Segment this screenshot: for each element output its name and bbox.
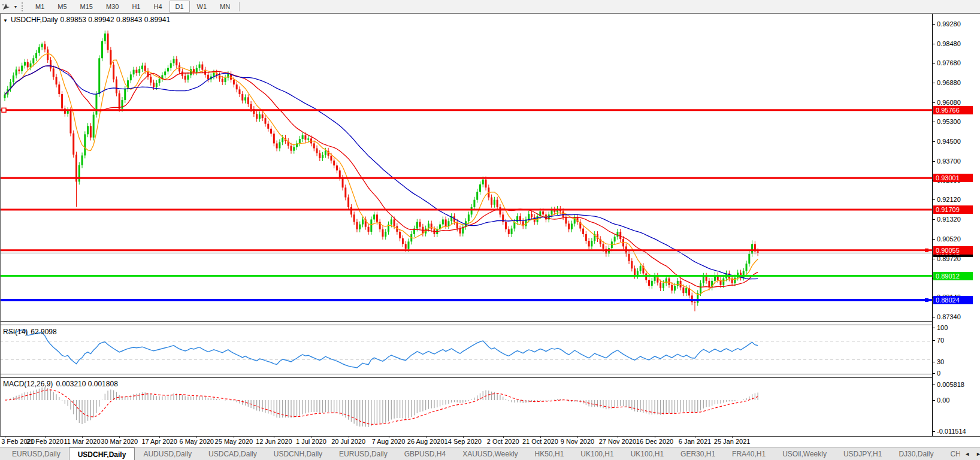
rsi-tick-label: 0 (937, 370, 940, 377)
chart-tab-usoil-weekly[interactable]: USOil,Weekly (774, 447, 835, 460)
panel-separator[interactable] (0, 374, 980, 374)
tab-scroll-left-icon[interactable]: ◄ (964, 451, 970, 457)
axis-tick (933, 400, 935, 401)
chart-tab-ger30-h1[interactable]: GER30,H1 (672, 447, 724, 460)
price-tick-label: 0.87340 (937, 313, 961, 320)
tab-scroll-right-icon[interactable]: ► (976, 451, 980, 457)
date-label: 16 Dec 2020 (636, 438, 673, 445)
date-label: 1 Jul 2020 (296, 438, 326, 445)
rsi-name-label: RSI(14) (3, 328, 28, 336)
rsi-tick-label: 30 (937, 358, 944, 365)
axis-tick (933, 102, 935, 103)
date-label: 6 Jan 2021 (679, 438, 711, 445)
period-button-M5[interactable]: M5 (52, 1, 72, 13)
chart-tab-dj30-daily[interactable]: DJ30,Daily (890, 447, 942, 460)
trading-platform-window: ▼ M1M5M15M30H1H4D1W1MN ▼USDCHF,Daily0.89… (0, 0, 980, 460)
date-label: 14 Sep 2020 (444, 438, 482, 445)
date-label: 17 Apr 2020 (141, 438, 177, 445)
line-handle[interactable] (925, 298, 928, 302)
dropdown-caret-icon[interactable]: ▼ (12, 5, 19, 9)
price-tick-label: 0.96080 (937, 99, 961, 106)
chart-tab-bar: EURUSD,DailyUSDCHF,DailyAUDUSD,DailyUSDC… (0, 447, 980, 460)
chart-window[interactable]: ▼USDCHF,Daily0.89853 0.89942 0.89843 0.8… (0, 13, 980, 447)
date-label: 27 Nov 2020 (599, 438, 636, 445)
chart-ohlc-values: 0.89853 0.89942 0.89843 0.89941 (61, 16, 171, 24)
ma-line-slow[interactable] (5, 66, 758, 279)
period-button-W1[interactable]: W1 (191, 1, 213, 13)
price-tick-label: 0.94500 (937, 138, 961, 145)
panel-separator[interactable] (0, 321, 980, 322)
period-button-M15[interactable]: M15 (74, 1, 99, 13)
candlestick-chart[interactable] (0, 14, 932, 321)
level-price-label[interactable]: 0.93001 (933, 174, 973, 182)
chart-tab-fra40-h1[interactable]: FRA40,H1 (724, 447, 774, 460)
macd-tick-label: 0.00 (937, 397, 949, 404)
level-price-label[interactable]: 0.88024 (933, 296, 973, 304)
line-handle[interactable] (2, 108, 6, 112)
date-label: 7 Aug 2020 (372, 438, 406, 445)
period-button-MN[interactable]: MN (214, 1, 236, 13)
time-axis-line (0, 436, 980, 437)
timeframe-toolbar: ▼ M1M5M15M30H1H4D1W1MN (0, 0, 980, 14)
chart-tab-uk100-h1[interactable]: UK100,H1 (622, 447, 672, 460)
macd-panel[interactable] (0, 378, 932, 436)
date-label: 25 Jan 2021 (714, 438, 751, 445)
chart-tab-hk50-h1[interactable]: HK50,H1 (527, 447, 573, 460)
axis-tick (933, 373, 935, 374)
date-label: 26 Aug 2020 (407, 438, 444, 445)
period-button-M1[interactable]: M1 (29, 1, 50, 13)
date-label: 6 May 2020 (180, 438, 214, 445)
price-axis[interactable]: 0.992800.984800.976800.968800.960800.953… (933, 14, 980, 436)
chart-tab-usdjpy-h1[interactable]: USDJPY,H1 (835, 447, 890, 460)
chart-tab-gbpusd-h4[interactable]: GBPUSD,H4 (396, 447, 454, 460)
axis-tick (933, 122, 935, 122)
chart-symbol-label: USDCHF,Daily (11, 16, 58, 24)
axis-tick (933, 161, 935, 162)
ma-line-mid[interactable] (5, 66, 758, 288)
macd-tick-label: -0.011514 (937, 428, 966, 435)
collapse-chart-icon[interactable]: ▼ (3, 18, 8, 23)
chart-tab-audusd-daily[interactable]: AUDUSD,Daily (135, 447, 200, 460)
panel-separator[interactable] (0, 325, 980, 325)
date-label: 9 Nov 2020 (561, 438, 594, 445)
period-button-D1[interactable]: D1 (170, 1, 190, 13)
rsi-label-row: RSI(14)62.9098 (3, 328, 57, 336)
price-tick-label: 0.95300 (937, 118, 961, 125)
macd-label-row: MACD(12,26,9)0.003210 0.001808 (3, 380, 118, 388)
chart-tab-eurusd-daily[interactable]: EURUSD,Daily (331, 447, 396, 460)
chart-tab-eurusd-daily[interactable]: EURUSD,Daily (4, 447, 69, 460)
rsi-line (8, 330, 758, 368)
ma-line-fast[interactable] (5, 54, 758, 295)
price-tick-label: 0.92120 (937, 196, 961, 203)
line-handle[interactable] (925, 249, 928, 252)
chart-tab-xauusd-weekly[interactable]: XAUUSD,Weekly (454, 447, 526, 460)
axis-tick (933, 317, 935, 317)
chart-title: ▼USDCHF,Daily0.89853 0.89942 0.89843 0.8… (3, 16, 170, 24)
cursor-tool-icon[interactable] (0, 1, 12, 12)
period-button-M30[interactable]: M30 (100, 1, 125, 13)
chart-tab-usdcnh-daily[interactable]: USDCNH,Daily (265, 447, 331, 460)
axis-tick (933, 362, 935, 362)
chart-tab-uk100-h1[interactable]: UK100,H1 (572, 447, 622, 460)
rsi-tick-label: 70 (937, 337, 944, 344)
chart-tab-usdchf-daily[interactable]: USDCHF,Daily (69, 447, 135, 460)
price-tick-label: 0.97680 (937, 59, 961, 66)
macd-tick-label: 0.005818 (937, 381, 964, 388)
level-price-label[interactable]: 0.91709 (933, 205, 973, 214)
axis-tick (933, 83, 935, 83)
level-price-label[interactable]: 0.90055 (933, 246, 973, 255)
period-button-H4[interactable]: H4 (147, 1, 168, 13)
level-price-label[interactable]: 0.89012 (933, 272, 973, 280)
period-button-H1[interactable]: H1 (126, 1, 146, 13)
level-price-label[interactable]: 0.95766 (933, 106, 973, 114)
axis-tick (933, 239, 935, 240)
chart-tab-usdcad-daily[interactable]: USDCAD,Daily (200, 447, 265, 460)
tab-scroll-controls: ◄► (960, 447, 980, 460)
axis-tick (933, 199, 935, 200)
rsi-panel[interactable] (0, 326, 932, 374)
price-tick-label: 0.99280 (937, 20, 961, 28)
axis-tick (933, 431, 935, 432)
time-axis-labels[interactable]: 3 Feb 202021 Feb 202011 Mar 202030 Mar 2… (0, 437, 932, 447)
date-label: 30 Mar 2020 (101, 438, 138, 445)
price-tick-label: 0.96880 (937, 79, 961, 86)
